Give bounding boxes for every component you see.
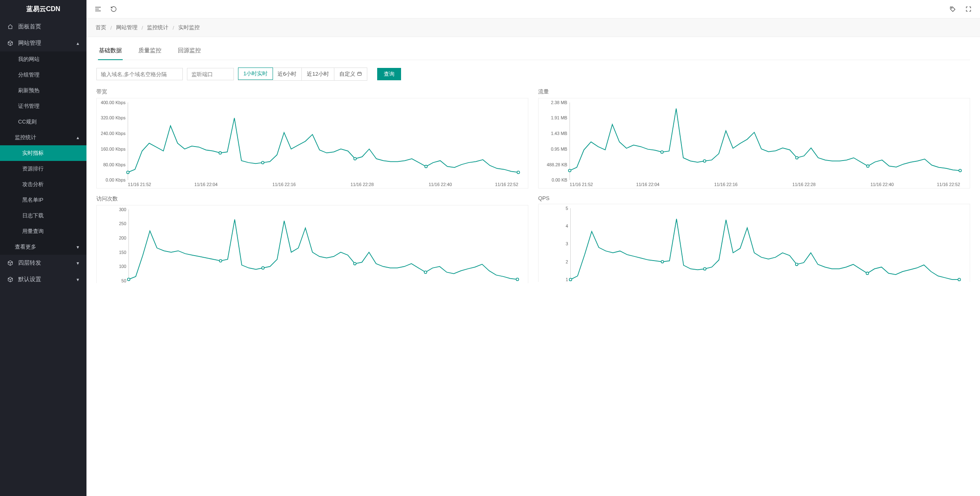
svg-point-64 [958, 278, 960, 281]
range-6h[interactable]: 近6小时 [273, 68, 302, 80]
range-custom[interactable]: 自定义 [334, 68, 367, 80]
sidebar-item-blacklist[interactable]: 黑名单IP [0, 192, 86, 208]
range-1h-realtime[interactable]: 1小时实时 [238, 68, 273, 80]
sidebar-item-label: 实时指标 [22, 149, 44, 157]
svg-point-34 [568, 169, 571, 172]
main-area: 首页 / 网站管理 / 监控统计 / 实时监控 基础数据 质量监控 回源监控 1… [86, 0, 980, 496]
sidebar-group-default-set[interactable]: 默认设置 ▼ [0, 271, 86, 288]
svg-point-0 [951, 7, 952, 8]
sidebar-item-label: 黑名单IP [22, 196, 43, 204]
svg-point-51 [424, 271, 427, 273]
svg-text:1.91 MB: 1.91 MB [551, 115, 567, 120]
svg-text:1: 1 [566, 277, 568, 281]
chart-traffic: 0.00 KB488.28 KB0.95 MB1.43 MB1.91 MB2.3… [538, 98, 970, 189]
breadcrumb-sep: / [142, 25, 143, 31]
sidebar: 蓝易云CDN 面板首页 网站管理 ▲ 我的网站 分组管理 刷新预热 证书管理 [0, 0, 86, 496]
sidebar-item-attack-analysis[interactable]: 攻击分析 [0, 177, 86, 192]
svg-text:0.00 KB: 0.00 KB [552, 177, 567, 182]
svg-text:488.28 KB: 488.28 KB [547, 162, 567, 167]
svg-text:320.00 Kbps: 320.00 Kbps [101, 115, 126, 120]
svg-rect-1 [357, 72, 361, 75]
sidebar-item-refresh[interactable]: 刷新预热 [0, 83, 86, 98]
svg-text:150: 150 [119, 250, 126, 255]
sidebar-item-cert[interactable]: 证书管理 [0, 98, 86, 114]
svg-point-63 [866, 272, 868, 275]
svg-point-48 [219, 259, 222, 262]
svg-point-47 [127, 278, 130, 281]
svg-point-17 [261, 161, 264, 164]
refresh-icon[interactable] [110, 5, 118, 13]
charts-grid: 带宽 0.00 Kbps80.00 Kbps160.00 Kbps240.00 … [96, 85, 970, 283]
sidebar-item-my-sites[interactable]: 我的网站 [0, 51, 86, 67]
sidebar-sub-site: 我的网站 分组管理 刷新预热 证书管理 CC规则 监控统计 ▲ 实时指标 资源排… [0, 51, 86, 255]
svg-point-18 [354, 158, 356, 160]
tag-icon[interactable] [949, 5, 957, 13]
domain-input[interactable] [96, 68, 183, 80]
svg-text:50: 50 [121, 278, 126, 282]
sidebar-group-site-mgmt[interactable]: 网站管理 ▲ [0, 35, 86, 51]
sidebar-group-mon-stats[interactable]: 监控统计 ▲ [0, 130, 86, 145]
sidebar-item-log-download[interactable]: 日志下载 [0, 208, 86, 224]
sidebar-group-l4-forward[interactable]: 四层转发 ▼ [0, 255, 86, 271]
breadcrumb-item[interactable]: 监控统计 [147, 24, 168, 31]
svg-text:5: 5 [566, 206, 568, 211]
breadcrumb-item: 实时监控 [178, 24, 200, 31]
cube-icon [7, 277, 14, 282]
sidebar-item-home[interactable]: 面板首页 [0, 19, 86, 35]
cube-icon [7, 260, 14, 266]
filters: 1小时实时 近6小时 近12小时 自定义 查询 [96, 68, 970, 81]
sidebar-item-label: 面板首页 [18, 23, 41, 30]
breadcrumb-item[interactable]: 网站管理 [116, 24, 138, 31]
tabs: 基础数据 质量监控 回源监控 [96, 43, 970, 60]
sidebar-item-label: 四层转发 [18, 259, 41, 267]
svg-point-35 [661, 151, 663, 153]
svg-text:300: 300 [119, 207, 126, 212]
breadcrumb-item[interactable]: 首页 [96, 24, 106, 31]
breadcrumb-sep: / [110, 25, 112, 31]
tab-quality[interactable]: 质量监控 [138, 43, 162, 60]
svg-point-15 [126, 171, 129, 174]
breadcrumb-sep: / [173, 25, 174, 31]
sidebar-item-label: 攻击分析 [22, 181, 44, 188]
port-input[interactable] [187, 68, 234, 80]
fullscreen-icon[interactable] [964, 5, 973, 13]
svg-text:200: 200 [119, 235, 126, 240]
menu-collapse-icon[interactable] [94, 5, 102, 13]
chart-title: QPS [538, 195, 970, 201]
range-12h[interactable]: 近12小时 [302, 68, 334, 80]
svg-point-38 [867, 165, 869, 167]
tab-basic-data[interactable]: 基础数据 [98, 43, 123, 60]
sidebar-item-see-more[interactable]: 查看更多 ▼ [0, 239, 86, 255]
svg-text:0.00 Kbps: 0.00 Kbps [106, 177, 126, 182]
svg-point-16 [219, 151, 222, 154]
svg-text:2.38 MB: 2.38 MB [551, 100, 567, 105]
sidebar-sub-mon: 实时指标 资源排行 攻击分析 黑名单IP 日志下载 用量查询 [0, 145, 86, 239]
content: 基础数据 质量监控 回源监控 1小时实时 近6小时 近12小时 自定义 [86, 37, 980, 496]
sidebar-item-resource-rank[interactable]: 资源排行 [0, 161, 86, 177]
home-icon [7, 24, 14, 30]
sidebar-item-realtime[interactable]: 实时指标 [0, 145, 86, 161]
svg-text:3: 3 [566, 241, 568, 246]
chevron-up-icon: ▲ [76, 135, 80, 140]
chart-panel-traffic: 流量 0.00 KB488.28 KB0.95 MB1.43 MB1.91 MB… [538, 85, 970, 189]
calendar-icon [357, 71, 362, 77]
tab-origin[interactable]: 回源监控 [177, 43, 202, 60]
svg-text:11/16 22:28: 11/16 22:28 [792, 182, 816, 187]
sidebar-item-label: 监控统计 [15, 134, 36, 141]
svg-point-20 [517, 171, 520, 174]
chart-panel-bandwidth: 带宽 0.00 Kbps80.00 Kbps160.00 Kbps240.00 … [96, 85, 528, 189]
query-button[interactable]: 查询 [377, 68, 401, 80]
svg-point-59 [569, 278, 572, 281]
sidebar-item-usage-query[interactable]: 用量查询 [0, 224, 86, 239]
sidebar-item-label: 我的网站 [18, 56, 40, 63]
svg-point-36 [703, 160, 706, 162]
svg-text:240.00 Kbps: 240.00 Kbps [101, 131, 126, 136]
svg-text:11/16 22:52: 11/16 22:52 [495, 182, 518, 187]
sidebar-item-cc-rules[interactable]: CC规则 [0, 114, 86, 130]
cube-icon [7, 40, 14, 46]
sidebar-item-label: 分组管理 [18, 71, 40, 79]
svg-point-52 [516, 278, 518, 281]
svg-text:11/16 22:28: 11/16 22:28 [350, 182, 374, 187]
sidebar-item-label: 查看更多 [15, 243, 36, 251]
sidebar-item-group-mgmt[interactable]: 分组管理 [0, 67, 86, 83]
